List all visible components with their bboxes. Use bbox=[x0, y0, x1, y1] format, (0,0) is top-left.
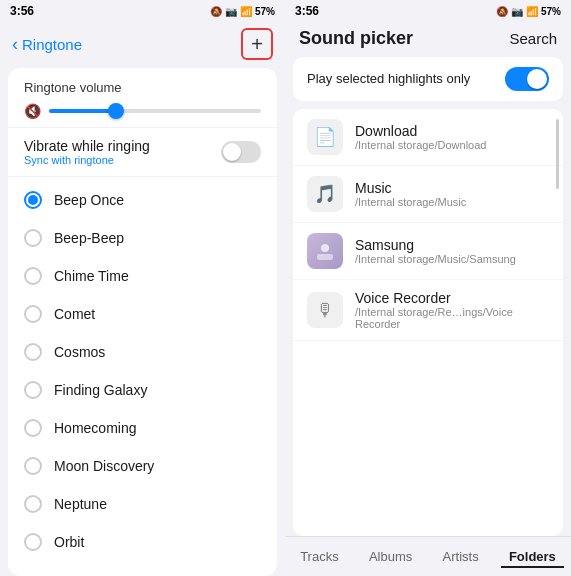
add-button[interactable]: + bbox=[241, 28, 273, 60]
music-icon: 🎵 bbox=[314, 183, 336, 205]
ringtone-item-beep-once[interactable]: Beep Once bbox=[8, 181, 277, 219]
folder-item-samsung[interactable]: Samsung /Internal storage/Music/Samsung bbox=[293, 223, 563, 280]
ringtone-name-7: Moon Discovery bbox=[54, 458, 154, 474]
folder-name-music: Music bbox=[355, 180, 466, 196]
radio-inner bbox=[28, 195, 38, 205]
ringtone-item-chime-time[interactable]: Chime Time bbox=[8, 257, 277, 295]
ringtone-name-6: Homecoming bbox=[54, 420, 136, 436]
ringtone-list: Beep Once Beep-Beep Chime Time Comet Cos… bbox=[8, 177, 277, 576]
folder-path-music: /Internal storage/Music bbox=[355, 196, 466, 208]
highlight-toggle[interactable] bbox=[505, 67, 549, 91]
folder-icon-music: 🎵 bbox=[307, 176, 343, 212]
voice-recorder-icon: 🎙 bbox=[316, 300, 334, 321]
tab-artists[interactable]: Artists bbox=[435, 547, 487, 568]
toggle-on-thumb bbox=[527, 69, 547, 89]
right-battery-icon: 57% bbox=[541, 6, 561, 17]
folders-spacer bbox=[293, 341, 563, 536]
back-label: Ringtone bbox=[22, 36, 82, 53]
radio-comet bbox=[24, 305, 42, 323]
vibrate-text: Vibrate while ringing Sync with ringtone bbox=[24, 138, 150, 166]
folder-info-voice-recorder: Voice Recorder /Internal storage/Re…ings… bbox=[355, 290, 549, 330]
back-arrow-icon: ‹ bbox=[12, 34, 18, 55]
scrollbar[interactable] bbox=[556, 119, 559, 189]
right-time: 3:56 bbox=[295, 4, 319, 18]
volume-label: Ringtone volume bbox=[24, 80, 261, 95]
left-status-icons: 🔕 📷 📶 57% bbox=[210, 6, 275, 17]
ringtone-name-3: Comet bbox=[54, 306, 95, 322]
folder-item-voice-recorder[interactable]: 🎙 Voice Recorder /Internal storage/Re…in… bbox=[293, 280, 563, 341]
vibrate-section: Vibrate while ringing Sync with ringtone bbox=[8, 128, 277, 177]
right-signal-icon: 📶 bbox=[526, 6, 538, 17]
folder-info-samsung: Samsung /Internal storage/Music/Samsung bbox=[355, 237, 516, 265]
folder-icon-samsung bbox=[307, 233, 343, 269]
right-panel: 3:56 🔕 📷 📶 57% Sound picker Search Play … bbox=[285, 0, 571, 576]
ringtone-name-8: Neptune bbox=[54, 496, 107, 512]
volume-slider-row: 🔇 bbox=[24, 103, 261, 119]
right-status-icons: 🔕 📷 📶 57% bbox=[496, 6, 561, 17]
vibrate-sub: Sync with ringtone bbox=[24, 154, 150, 166]
radio-orbit bbox=[24, 533, 42, 551]
download-icon: 📄 bbox=[314, 126, 336, 148]
ringtone-item-moon-discovery[interactable]: Moon Discovery bbox=[8, 447, 277, 485]
radio-chime-time bbox=[24, 267, 42, 285]
vibrate-toggle[interactable] bbox=[221, 141, 261, 163]
search-label: Search bbox=[509, 30, 557, 47]
toggle-thumb bbox=[223, 143, 241, 161]
ringtone-item-orbit[interactable]: Orbit bbox=[8, 523, 277, 561]
vibrate-label: Vibrate while ringing bbox=[24, 138, 150, 154]
slider-fill bbox=[49, 109, 113, 113]
right-title: Sound picker bbox=[299, 28, 413, 49]
right-status-bar: 3:56 🔕 📷 📶 57% bbox=[285, 0, 571, 22]
folder-icon-voice-recorder: 🎙 bbox=[307, 292, 343, 328]
svg-rect-1 bbox=[317, 254, 333, 260]
right-mute-icon: 🔕 bbox=[496, 6, 508, 17]
back-button[interactable]: ‹ Ringtone bbox=[12, 34, 82, 55]
folder-item-music[interactable]: 🎵 Music /Internal storage/Music bbox=[293, 166, 563, 223]
ringtone-item-neptune[interactable]: Neptune bbox=[8, 485, 277, 523]
right-camera-icon: 📷 bbox=[511, 6, 523, 17]
radio-beep-once bbox=[24, 191, 42, 209]
ringtone-name-5: Finding Galaxy bbox=[54, 382, 147, 398]
search-button[interactable]: Search bbox=[509, 30, 557, 47]
highlight-label: Play selected highlights only bbox=[307, 71, 470, 88]
bottom-tabs: Tracks Albums Artists Folders bbox=[285, 536, 571, 576]
folder-path-voice-recorder: /Internal storage/Re…ings/Voice Recorder bbox=[355, 306, 549, 330]
ringtone-item-finding-galaxy[interactable]: Finding Galaxy bbox=[8, 371, 277, 409]
radio-beep-beep bbox=[24, 229, 42, 247]
radio-neptune bbox=[24, 495, 42, 513]
ringtone-name-4: Cosmos bbox=[54, 344, 105, 360]
tab-tracks[interactable]: Tracks bbox=[292, 547, 347, 568]
folder-icon-download: 📄 bbox=[307, 119, 343, 155]
ringtone-item-comet[interactable]: Comet bbox=[8, 295, 277, 333]
svg-point-0 bbox=[321, 244, 329, 252]
volume-section: Ringtone volume 🔇 bbox=[8, 68, 277, 128]
tab-albums[interactable]: Albums bbox=[361, 547, 420, 568]
folder-name-voice-recorder: Voice Recorder bbox=[355, 290, 549, 306]
volume-slider[interactable] bbox=[49, 109, 261, 113]
folder-item-download[interactable]: 📄 Download /Internal storage/Download bbox=[293, 109, 563, 166]
radio-finding-galaxy bbox=[24, 381, 42, 399]
highlight-row: Play selected highlights only bbox=[293, 57, 563, 101]
ringtone-item-cosmos[interactable]: Cosmos bbox=[8, 333, 277, 371]
slider-thumb bbox=[108, 103, 124, 119]
folder-path-download: /Internal storage/Download bbox=[355, 139, 486, 151]
folder-info-download: Download /Internal storage/Download bbox=[355, 123, 486, 151]
left-time: 3:56 bbox=[10, 4, 34, 18]
ringtone-item-homecoming[interactable]: Homecoming bbox=[8, 409, 277, 447]
ringtone-name-0: Beep Once bbox=[54, 192, 124, 208]
folder-name-samsung: Samsung bbox=[355, 237, 516, 253]
camera-icon: 📷 bbox=[225, 6, 237, 17]
plus-icon: + bbox=[251, 33, 263, 56]
volume-mute-icon: 🔇 bbox=[24, 103, 41, 119]
ringtone-item-beep-beep[interactable]: Beep-Beep bbox=[8, 219, 277, 257]
battery-icon: 57% bbox=[255, 6, 275, 17]
radio-moon-discovery bbox=[24, 457, 42, 475]
mute-icon: 🔕 bbox=[210, 6, 222, 17]
ringtone-name-2: Chime Time bbox=[54, 268, 129, 284]
folder-info-music: Music /Internal storage/Music bbox=[355, 180, 466, 208]
left-header: ‹ Ringtone + bbox=[0, 22, 285, 68]
ringtone-name-1: Beep-Beep bbox=[54, 230, 124, 246]
tab-folders[interactable]: Folders bbox=[501, 547, 564, 568]
radio-cosmos bbox=[24, 343, 42, 361]
radio-homecoming bbox=[24, 419, 42, 437]
